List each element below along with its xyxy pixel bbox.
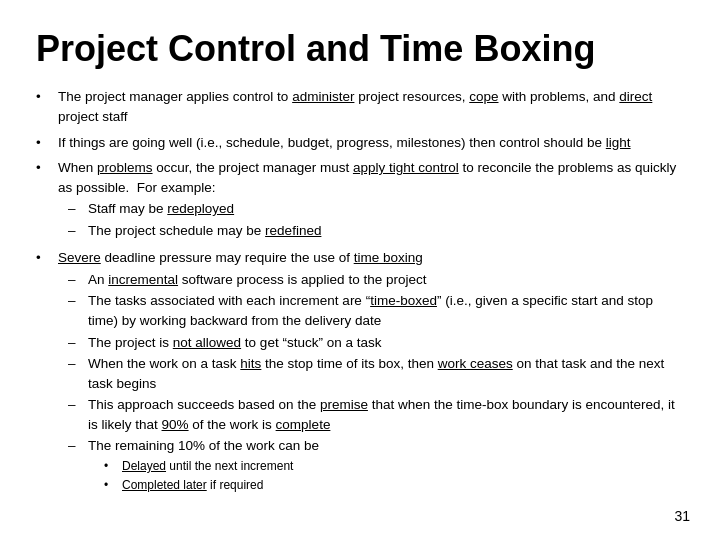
sub-list-item: – When the work on a task hits the stop … xyxy=(68,354,684,393)
underline-text: problems xyxy=(97,160,153,175)
underline-text: Severe xyxy=(58,250,101,265)
slide-title: Project Control and Time Boxing xyxy=(36,28,684,69)
underline-text: hits xyxy=(240,356,261,371)
list-item: • If things are going well (i.e., schedu… xyxy=(36,133,684,153)
sub-item-text: This approach succeeds based on the prem… xyxy=(88,395,684,434)
list-item: • The project manager applies control to… xyxy=(36,87,684,126)
underline-text: Delayed xyxy=(122,459,166,473)
sub-sub-list-item: • Delayed until the next increment xyxy=(104,458,684,475)
underline-text: premise xyxy=(320,397,368,412)
bullet-text: If things are going well (i.e., schedule… xyxy=(58,133,684,153)
dash-marker: – xyxy=(68,270,84,290)
dash-marker: – xyxy=(68,395,84,415)
small-bullet-marker: • xyxy=(104,477,118,494)
bullet-marker: • xyxy=(36,133,54,153)
dash-marker: – xyxy=(68,291,84,311)
sub-sub-item-text: Completed later if required xyxy=(122,477,263,494)
underline-text: apply tight control xyxy=(353,160,459,175)
dash-marker: – xyxy=(68,354,84,374)
page-number: 31 xyxy=(674,508,690,524)
bullet-text: The project manager applies control to a… xyxy=(58,87,684,126)
underline-text: 90% xyxy=(162,417,189,432)
underline-text: light xyxy=(606,135,631,150)
slide: Project Control and Time Boxing • The pr… xyxy=(0,0,720,540)
underline-text: work ceases xyxy=(438,356,513,371)
sub-list: – An incremental software process is app… xyxy=(68,270,684,497)
sub-sub-list-item: • Completed later if required xyxy=(104,477,684,494)
sub-item-text: When the work on a task hits the stop ti… xyxy=(88,354,684,393)
bullet-marker: • xyxy=(36,158,54,178)
underline-text: redeployed xyxy=(167,201,234,216)
bullet-marker: • xyxy=(36,87,54,107)
sub-list-item: – This approach succeeds based on the pr… xyxy=(68,395,684,434)
sub-list-item: – The project is not allowed to get “stu… xyxy=(68,333,684,353)
dash-marker: – xyxy=(68,333,84,353)
underline-text: complete xyxy=(276,417,331,432)
dash-marker: – xyxy=(68,221,84,241)
sub-list-item: – The project schedule may be redefined xyxy=(68,221,684,241)
bullet-text: Severe deadline pressure may require the… xyxy=(58,248,684,498)
sub-sub-list: • Delayed until the next increment • Com… xyxy=(104,458,684,495)
sub-list-item: – Staff may be redeployed xyxy=(68,199,684,219)
bullet-marker: • xyxy=(36,248,54,268)
list-item: • Severe deadline pressure may require t… xyxy=(36,248,684,498)
underline-text: incremental xyxy=(108,272,178,287)
underline-text: not allowed xyxy=(173,335,241,350)
slide-content: • The project manager applies control to… xyxy=(36,87,684,498)
sub-item-text: The project schedule may be redefined xyxy=(88,221,684,241)
sub-item-text: Staff may be redeployed xyxy=(88,199,684,219)
underline-text: time-boxed xyxy=(370,293,437,308)
underline-text: cope xyxy=(469,89,498,104)
sub-item-text: The remaining 10% of the work can be • D… xyxy=(88,436,684,496)
sub-sub-item-text: Delayed until the next increment xyxy=(122,458,293,475)
list-item: • When problems occur, the project manag… xyxy=(36,158,684,242)
sub-item-text: The tasks associated with each increment… xyxy=(88,291,684,330)
dash-marker: – xyxy=(68,436,84,456)
sub-list-item: – The remaining 10% of the work can be •… xyxy=(68,436,684,496)
underline-text: redefined xyxy=(265,223,321,238)
sub-list-item: – The tasks associated with each increme… xyxy=(68,291,684,330)
underline-text: direct xyxy=(619,89,652,104)
small-bullet-marker: • xyxy=(104,458,118,475)
sub-list: – Staff may be redeployed – The project … xyxy=(68,199,684,240)
sub-list-item: – An incremental software process is app… xyxy=(68,270,684,290)
underline-text: time boxing xyxy=(354,250,423,265)
sub-item-text: The project is not allowed to get “stuck… xyxy=(88,333,684,353)
bullet-text: When problems occur, the project manager… xyxy=(58,158,684,242)
main-bullet-list: • The project manager applies control to… xyxy=(36,87,684,498)
underline-text: administer xyxy=(292,89,354,104)
dash-marker: – xyxy=(68,199,84,219)
completed-later-text: Completed later xyxy=(122,478,207,492)
sub-item-text: An incremental software process is appli… xyxy=(88,270,684,290)
